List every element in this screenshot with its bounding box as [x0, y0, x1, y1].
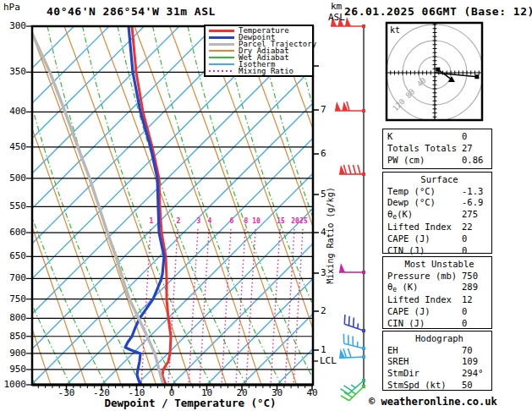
table-row: Totals Totals27 [387, 143, 491, 155]
stats-table: K0Totals Totals27PW (cm)0.86 [382, 129, 492, 169]
wind-barb [344, 315, 365, 332]
stat-label: CAPE (J) [387, 233, 462, 245]
mixing-ratio-value-label: 1 [143, 218, 160, 226]
stat-label: EH [387, 345, 462, 357]
isotherm-line [67, 26, 425, 385]
wind-barb [339, 165, 365, 176]
stat-value: 22 [462, 222, 491, 233]
mixing-ratio-value-label: 4 [201, 218, 218, 226]
skewt-screenshot: 4080120 hPa 40°46'N 286°54'W 31m ASL km … [0, 0, 532, 411]
stat-value: 275 [462, 209, 491, 222]
table-row: SREH109 [387, 356, 491, 368]
temp-tick-label: 10 [195, 388, 220, 398]
mixing-ratio-value-label: 2 [170, 218, 187, 226]
wind-barb [343, 334, 365, 350]
pressure-tick-label: 750 [0, 294, 26, 304]
temp-tick-label: 40 [299, 388, 325, 398]
stat-label: CAPE (J) [387, 306, 462, 318]
mixing-ratio-value-label: 10 [248, 218, 265, 226]
legend-swatch [209, 43, 234, 46]
mixing-ratio-line [189, 229, 198, 385]
mixing-ratio-line [293, 229, 303, 385]
stat-value: 294° [462, 368, 491, 380]
legend: TemperatureDewpointParcel TrajectoryDry … [204, 25, 314, 77]
stat-value: 27 [462, 143, 491, 155]
dry-adiabat-line [240, 26, 367, 385]
pressure-tick-label: 1000 [0, 380, 26, 390]
pressure-tick-label: 900 [0, 348, 26, 359]
pressure-tick-label: 800 [0, 313, 26, 323]
page-title: 40°46'N 286°54'W 31m ASL [47, 6, 216, 18]
hodograph-marker-square [474, 74, 479, 79]
stat-value: 750 [462, 271, 491, 282]
stat-label: θe (K) [387, 282, 462, 294]
temp-tick-label: -10 [124, 388, 150, 398]
km-tick-label: 4 [321, 227, 336, 238]
wet-adiabat-line [188, 26, 316, 385]
pressure-tick-label: 350 [0, 67, 26, 77]
km-tick-label: 3 [321, 268, 336, 278]
table-row: θe (K)289 [387, 282, 491, 294]
table-row: Pressure (mb)750 [387, 271, 491, 282]
stat-value: 0.86 [462, 155, 491, 167]
stat-label: Lifted Index [387, 222, 462, 233]
wind-barb [339, 263, 365, 274]
km-tick-label: 7 [321, 105, 336, 115]
pressure-tick-label: 550 [0, 201, 26, 211]
pressure-tick-label: 300 [0, 21, 26, 31]
isotherm-line [31, 26, 390, 385]
hodograph-marker-square [436, 68, 440, 72]
mixing-ratio-line [236, 229, 245, 385]
temp-tick-label: -30 [54, 388, 80, 398]
hodograph-plot: 4080120 [387, 24, 483, 121]
stat-label: Lifted Index [387, 294, 462, 306]
mixing-ratio-value-label: 25 [295, 218, 312, 226]
stat-label: CIN (J) [387, 245, 462, 257]
table-row: Temp (°C)-1.3 [387, 186, 491, 198]
table-row: CAPE (J)0 [387, 233, 491, 245]
stat-value: 12 [462, 294, 491, 306]
stat-label: StmSpd (kt) [387, 380, 462, 392]
wet-adiabat-line [258, 26, 387, 385]
stat-label: StmDir [387, 368, 462, 380]
legend-swatch [209, 63, 234, 65]
stat-value: 109 [462, 356, 491, 368]
temp-tick-label: -20 [89, 388, 114, 398]
legend-swatch [209, 70, 234, 72]
pressure-tick-label: 400 [0, 107, 26, 117]
km-tick-label: 5 [321, 189, 336, 200]
stat-label: θe(K) [387, 209, 462, 222]
pressure-tick-label: 450 [0, 142, 26, 152]
altitude-unit-asl-label: ASL [328, 13, 345, 23]
temp-tick-label: 30 [265, 388, 290, 398]
pressure-tick-label: 600 [0, 227, 26, 238]
temp-tick-label: 20 [229, 388, 255, 398]
pressure-tick-label: 950 [0, 364, 26, 375]
table-row: PW (cm)0.86 [387, 155, 491, 167]
stats-table: SurfaceTemp (°C)-1.3Dewp (°C)-6.9θe(K)27… [382, 172, 492, 254]
pressure-unit-label: hPa [3, 3, 20, 13]
pressure-tick-label: 700 [0, 273, 26, 283]
legend-swatch [209, 50, 234, 52]
legend-item: Mixing Ratio [209, 68, 312, 74]
isotherm-line [0, 26, 285, 385]
table-header: Hodograph [387, 333, 491, 345]
table-row: CIN (J)0 [387, 318, 491, 330]
table-row: Lifted Index22 [387, 222, 491, 233]
table-row: Dewp (°C)-6.9 [387, 197, 491, 209]
temp-tick-label: 0 [159, 388, 184, 398]
wind-barb [335, 101, 365, 112]
stat-value: 0 [462, 131, 491, 143]
stat-value: -1.3 [462, 186, 491, 198]
table-row: CAPE (J)0 [387, 306, 491, 318]
legend-label: Mixing Ratio [239, 68, 293, 75]
stat-value: 289 [462, 282, 491, 294]
datetime: 26.01.2025 06GMT (Base: 12) [344, 6, 532, 18]
table-row: StmDir294° [387, 368, 491, 380]
table-row: EH70 [387, 345, 491, 357]
x-axis-label: Dewpoint / Temperature (°C) [85, 397, 296, 409]
dry-adiabat-line [100, 26, 227, 385]
wet-adiabat-line [153, 26, 282, 385]
stat-value: 70 [462, 345, 491, 357]
stat-value: 0 [462, 245, 491, 257]
